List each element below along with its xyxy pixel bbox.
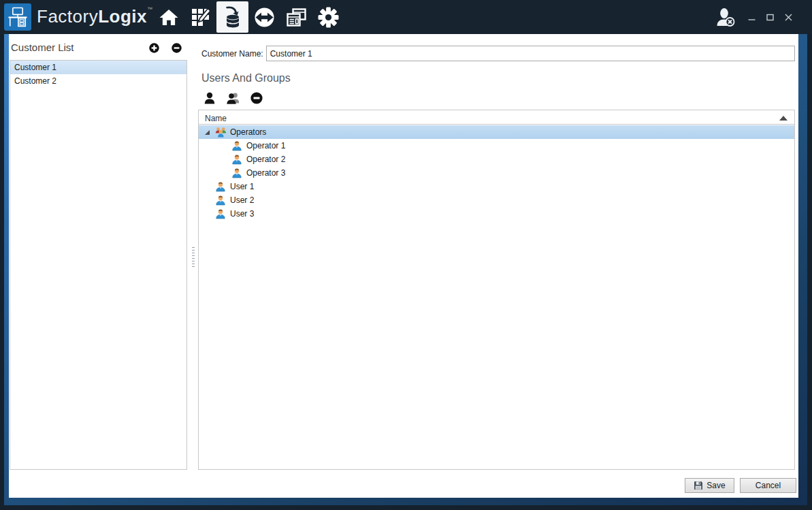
- settings-gear-icon: [318, 7, 339, 28]
- customer-label: Customer 2: [14, 76, 56, 86]
- nav-production-button[interactable]: [184, 1, 216, 33]
- transfer-icon: [254, 7, 275, 28]
- cancel-button[interactable]: Cancel: [740, 478, 796, 493]
- expander-icon[interactable]: [204, 129, 215, 136]
- expander-icon[interactable]: [204, 197, 215, 204]
- app-brand: FactoryLogix™: [37, 6, 152, 27]
- app-window: FactoryLogix™: [0, 0, 812, 510]
- brand-logix: Logix: [98, 6, 147, 27]
- tree-row[interactable]: Operator 3: [199, 166, 794, 180]
- user-icon: [231, 140, 243, 151]
- maximize-icon[interactable]: [765, 12, 775, 22]
- tree-rows: Operators Operator 1: [199, 125, 794, 469]
- remove-customer-button[interactable]: [172, 43, 182, 53]
- cancel-button-label: Cancel: [756, 481, 781, 490]
- brand-factory: Factory: [37, 6, 98, 27]
- customer-list-pane: Customer List Customer 1 Customer 2: [9, 34, 197, 498]
- tree-row-label: Operators: [230, 127, 266, 137]
- nav-transfer-button[interactable]: [248, 1, 280, 33]
- tree-indent: [204, 173, 221, 174]
- footer-buttons: Save Cancel: [685, 478, 796, 493]
- tree-row-label: Operator 1: [246, 141, 285, 150]
- save-floppy-icon: [694, 481, 703, 490]
- window-controls: [747, 12, 794, 22]
- tree-row[interactable]: User 2: [199, 193, 794, 207]
- customer-label: Customer 1: [14, 63, 56, 72]
- user-logout-icon[interactable]: [715, 7, 736, 27]
- name-column-header: Name: [199, 114, 227, 123]
- remove-circle-icon[interactable]: [250, 92, 263, 104]
- tree-indent: [204, 146, 221, 146]
- user-icon: [231, 154, 243, 165]
- sort-ascending-icon: [779, 116, 787, 121]
- tree-indent: [204, 159, 221, 160]
- user-icon: [215, 195, 227, 206]
- brand-trademark: ™: [147, 6, 152, 12]
- add-user-icon[interactable]: [204, 92, 215, 104]
- tree-row-label: Operator 3: [246, 168, 285, 178]
- nav-settings-button[interactable]: [312, 1, 344, 33]
- titlebar-right: [715, 0, 812, 34]
- users-tree: Name: [198, 110, 795, 470]
- reports-icon: [286, 7, 307, 28]
- tree-column-header[interactable]: Name: [199, 110, 794, 125]
- user-icon: [215, 208, 227, 219]
- titlebar: FactoryLogix™: [0, 0, 812, 34]
- pane-splitter[interactable]: [188, 34, 197, 470]
- customer-name-row: Customer Name:: [201, 46, 795, 61]
- production-edit-icon: [190, 7, 211, 28]
- customer-detail-pane: Customer Name: Users And Groups: [198, 34, 795, 498]
- tree-row-label: User 3: [230, 209, 254, 219]
- splitter-grip-icon: [192, 247, 195, 268]
- tree-row-label: User 2: [230, 195, 254, 205]
- factorylogix-desk-logo-icon: [4, 3, 31, 31]
- data-import-icon: [222, 5, 244, 29]
- users-and-groups-title: Users And Groups: [201, 72, 291, 84]
- user-icon: [231, 168, 243, 178]
- tree-row[interactable]: Operator 2: [199, 153, 794, 166]
- users-toolbar: [204, 91, 263, 104]
- close-icon[interactable]: [783, 12, 794, 22]
- customer-list-item[interactable]: Customer 2: [10, 74, 186, 88]
- save-button[interactable]: Save: [685, 478, 734, 493]
- nav-reports-button[interactable]: [280, 1, 312, 33]
- add-group-icon[interactable]: [227, 92, 239, 104]
- expander-icon[interactable]: [221, 170, 231, 176]
- expander-icon[interactable]: [221, 157, 231, 163]
- customer-name-input[interactable]: [266, 46, 795, 61]
- tree-row[interactable]: Operators: [199, 125, 794, 139]
- expander-icon[interactable]: [204, 184, 215, 190]
- main-nav: [152, 1, 344, 33]
- tree-row[interactable]: Operator 1: [199, 139, 794, 153]
- group-icon: [215, 127, 227, 138]
- nav-home-button[interactable]: [152, 1, 184, 33]
- minimize-icon[interactable]: [747, 12, 757, 22]
- tree-row[interactable]: User 1: [199, 180, 794, 193]
- expander-icon[interactable]: [204, 211, 215, 217]
- customer-name-label: Customer Name:: [201, 49, 263, 59]
- save-button-label: Save: [707, 481, 725, 490]
- home-icon: [159, 8, 179, 27]
- user-icon: [215, 181, 227, 192]
- expander-icon[interactable]: [221, 143, 231, 149]
- tree-row[interactable]: User 3: [199, 207, 794, 221]
- customer-list-title: Customer List: [11, 42, 74, 53]
- tree-row-label: User 1: [230, 182, 254, 191]
- content-area: Customer List Customer 1 Customer 2: [9, 34, 798, 498]
- tree-row-label: Operator 2: [246, 155, 285, 164]
- customer-listbox[interactable]: Customer 1 Customer 2: [10, 60, 187, 470]
- add-customer-button[interactable]: [149, 43, 159, 53]
- nav-data-import-button[interactable]: [216, 1, 248, 33]
- customer-list-item[interactable]: Customer 1: [10, 61, 186, 74]
